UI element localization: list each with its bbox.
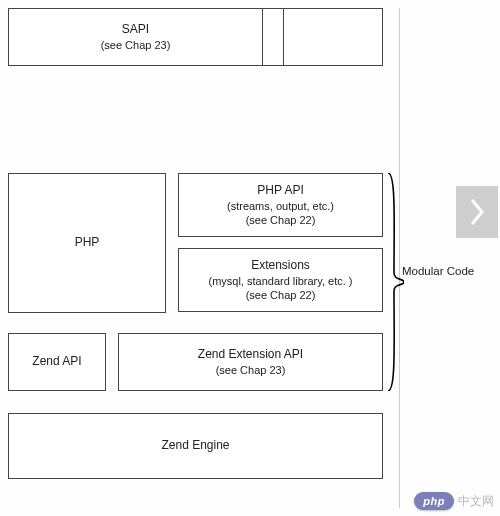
box-zend-api: Zend API — [8, 333, 106, 391]
box-title: PHP API — [257, 183, 303, 199]
box-sapi: SAPI (see Chap 23) — [8, 8, 263, 66]
box-title: PHP — [75, 235, 100, 251]
box-title: Zend API — [32, 354, 81, 370]
box-zend-extension-api: Zend Extension API (see Chap 23) — [118, 333, 383, 391]
box-php: PHP — [8, 173, 166, 313]
box-php-api: PHP API (streams, output, etc.) (see Cha… — [178, 173, 383, 237]
box-subtitle: (see Chap 22) — [246, 213, 316, 227]
box-title: Zend Engine — [161, 438, 229, 454]
watermark-text: 中文网 — [458, 493, 494, 510]
box-subtitle: (mysql, standard library, etc. ) — [208, 274, 352, 288]
box-title: Zend Extension API — [198, 347, 303, 363]
watermark-badge: php — [414, 492, 454, 510]
box-subtitle: (see Chap 23) — [101, 38, 171, 52]
next-arrow-button[interactable] — [456, 186, 498, 238]
architecture-diagram: Application (apache, thttpd, cli, etc.) … — [8, 8, 400, 508]
box-title: Extensions — [251, 258, 310, 274]
curly-brace-icon — [386, 173, 404, 391]
modular-code-label: Modular Code — [402, 265, 474, 277]
chevron-right-icon — [467, 197, 487, 227]
box-subtitle: (streams, output, etc.) — [227, 199, 334, 213]
box-subtitle: (see Chap 22) — [246, 288, 316, 302]
box-extensions: Extensions (mysql, standard library, etc… — [178, 248, 383, 312]
box-zend-engine: Zend Engine — [8, 413, 383, 479]
box-sapi-empty — [283, 8, 383, 66]
box-subtitle: (see Chap 23) — [216, 363, 286, 377]
watermark: php 中文网 — [414, 492, 494, 510]
box-title: SAPI — [122, 22, 149, 38]
